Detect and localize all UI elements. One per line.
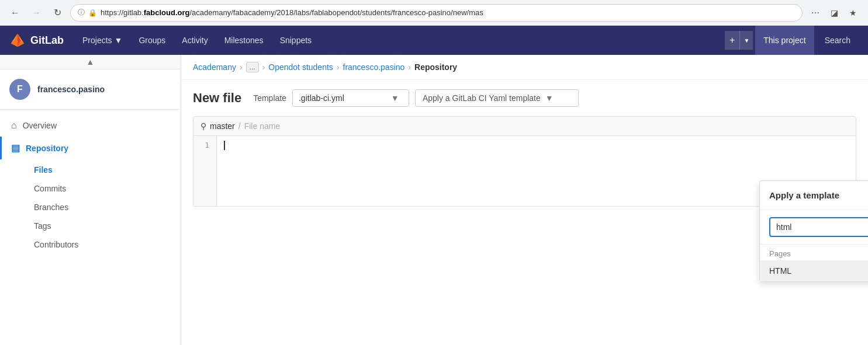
back-button[interactable]: ← <box>7 5 23 21</box>
sidebar-item-branches[interactable]: Branches <box>25 198 181 217</box>
sidebar-navigation: ⌂ Overview ▤ Repository Files Commits Br… <box>0 110 181 260</box>
popup-title: Apply a template <box>769 190 839 200</box>
template-section: Template .gitlab-ci.yml ▼ Apply a GitLab… <box>253 89 579 107</box>
url-display: https://gitlab.fabcloud.org/academany/fa… <box>101 8 795 17</box>
breadcrumb: Academany › ... › Opendot students › fra… <box>181 55 868 80</box>
chevron-down-icon-2: ▼ <box>545 93 554 103</box>
slash-separator: / <box>238 121 241 131</box>
breadcrumb-opendot[interactable]: Opendot students <box>268 62 333 72</box>
breadcrumb-user[interactable]: francesco.pasino <box>343 62 405 72</box>
breadcrumb-sep-1: › <box>240 62 243 72</box>
breadcrumb-academany[interactable]: Academany <box>193 62 236 72</box>
template-label: Template <box>253 93 286 103</box>
editor-toolbar: ⚲ master / <box>193 117 856 136</box>
lock-icon: 🔒 <box>88 9 97 17</box>
top-nav-right: + ▼ This project Search <box>725 26 859 55</box>
address-bar[interactable]: ⓘ 🔒 https://gitlab.fabcloud.org/academan… <box>70 4 803 22</box>
chevron-down-icon: ▼ <box>391 93 399 103</box>
page-title: New file <box>193 90 241 106</box>
main-area: ▲ F francesco.pasino ⌂ Overview ▤ Reposi… <box>0 55 868 345</box>
breadcrumb-current: Repository <box>414 62 457 72</box>
repository-subnav: Files Commits Branches Tags Contributors <box>0 159 181 255</box>
popup-search-wrapper: × <box>769 217 868 237</box>
git-branch-icon: ⚲ <box>200 121 206 131</box>
repository-icon: ▤ <box>11 142 20 154</box>
sidebar-item-files[interactable]: Files <box>25 161 181 179</box>
sidebar-item-tags[interactable]: Tags <box>25 217 181 235</box>
forward-button[interactable]: → <box>28 5 44 21</box>
this-project-button[interactable]: This project <box>755 26 814 55</box>
more-options-button[interactable]: ⋯ <box>807 5 824 21</box>
top-nav-links: Projects ▼ Groups Activity Milestones Sn… <box>75 26 725 55</box>
text-cursor <box>224 141 225 150</box>
apply-template-dropdown[interactable]: Apply a GitLab CI Yaml template ▼ <box>415 89 579 107</box>
sidebar-user-section: F francesco.pasino <box>0 69 181 110</box>
popup-search-input[interactable] <box>776 222 868 232</box>
fox-icon <box>9 32 26 48</box>
sidebar-item-repository[interactable]: ▤ Repository <box>0 137 181 159</box>
editor-area: ⚲ master / 1 <box>193 116 856 207</box>
groups-nav-link[interactable]: Groups <box>132 26 172 55</box>
home-icon: ⌂ <box>11 120 17 131</box>
gitlab-app: GitLab Projects ▼ Groups Activity Milest… <box>0 26 868 345</box>
cursor-line <box>224 141 849 150</box>
popup-search-section: × <box>760 210 868 245</box>
sidebar-username: francesco.pasino <box>37 85 105 94</box>
top-navigation: GitLab Projects ▼ Groups Activity Milest… <box>0 26 868 55</box>
breadcrumb-sep-2: › <box>262 62 265 72</box>
breadcrumb-ellipsis[interactable]: ... <box>246 62 259 72</box>
projects-nav-link[interactable]: Projects ▼ <box>75 26 129 55</box>
main-content: Academany › ... › Opendot students › fra… <box>181 55 868 345</box>
breadcrumb-sep-4: › <box>408 62 411 72</box>
sidebar-item-overview[interactable]: ⌂ Overview <box>0 114 181 137</box>
shield-icon[interactable]: ◪ <box>826 5 842 21</box>
template-dropdown-value: .gitlab-ci.yml <box>299 93 344 103</box>
breadcrumb-sep-3: › <box>337 62 340 72</box>
browser-actions: ⋯ ◪ ★ <box>807 5 861 21</box>
popup-header: Apply a template × <box>760 181 868 210</box>
snippets-nav-link[interactable]: Snippets <box>273 26 319 55</box>
sidebar-scroll-up[interactable]: ▲ <box>0 55 181 69</box>
popup-category-pages: Pages <box>760 245 868 260</box>
search-button[interactable]: Search <box>817 26 859 55</box>
editor-gutter: 1 <box>193 136 217 206</box>
page-header: New file Template .gitlab-ci.yml ▼ Apply… <box>181 80 868 116</box>
line-number-1: 1 <box>200 141 209 149</box>
sidebar-item-commits[interactable]: Commits <box>25 179 181 198</box>
editor-body: 1 <box>193 136 856 206</box>
apply-template-popup: Apply a template × × Pages HTML <box>759 180 868 282</box>
sidebar: ▲ F francesco.pasino ⌂ Overview ▤ Reposi… <box>0 55 181 345</box>
template-dropdown[interactable]: .gitlab-ci.yml ▼ <box>292 89 409 107</box>
milestones-nav-link[interactable]: Milestones <box>217 26 271 55</box>
info-icon: ⓘ <box>78 8 85 18</box>
branch-name: master <box>210 121 235 131</box>
popup-item-html[interactable]: HTML <box>760 260 868 281</box>
sidebar-item-contributors[interactable]: Contributors <box>25 235 181 254</box>
gitlab-logo[interactable]: GitLab <box>9 32 64 48</box>
branch-indicator: ⚲ master / <box>200 121 347 131</box>
create-new-button[interactable]: + ▼ <box>725 31 753 50</box>
apply-template-label: Apply a GitLab CI Yaml template <box>423 93 541 103</box>
chevron-down-icon: ▼ <box>115 36 123 45</box>
avatar: F <box>9 79 30 100</box>
bookmark-button[interactable]: ★ <box>845 5 861 21</box>
file-name-input[interactable] <box>244 121 347 131</box>
browser-chrome: ← → ↻ ⓘ 🔒 https://gitlab.fabcloud.org/ac… <box>0 0 868 26</box>
reload-button[interactable]: ↻ <box>49 5 65 21</box>
activity-nav-link[interactable]: Activity <box>175 26 215 55</box>
